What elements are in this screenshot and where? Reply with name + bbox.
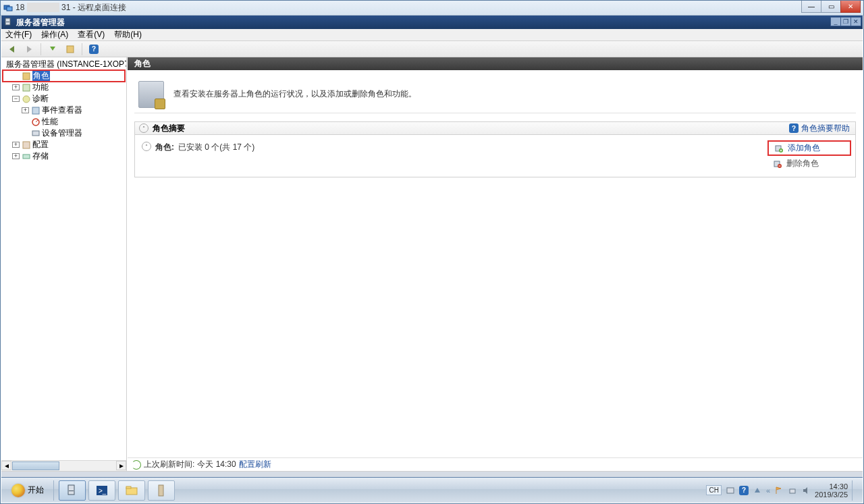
roles-summary-help-link[interactable]: ? 角色摘要帮助: [789, 123, 850, 134]
svg-rect-28: [159, 485, 163, 496]
tree-configuration[interactable]: + 配置: [3, 139, 125, 150]
features-icon: [22, 83, 31, 92]
menu-view[interactable]: 查看(V): [78, 29, 105, 40]
menubar: 文件(F) 操作(A) 查看(V) 帮助(H): [1, 29, 863, 41]
svg-rect-27: [126, 486, 131, 488]
svg-rect-7: [23, 84, 30, 91]
svg-rect-4: [67, 46, 74, 53]
tray-network-icon[interactable]: [788, 486, 797, 495]
status-bar: 上次刷新时间: 今天 14:30 配置刷新: [128, 457, 863, 471]
server-manager-icon: [4, 18, 14, 27]
rdp-title-prefix: 18: [16, 3, 24, 12]
add-role-link[interactable]: 添加角色: [772, 142, 823, 155]
rdp-icon: [3, 3, 13, 13]
svg-rect-14: [23, 155, 30, 159]
tree-device-manager[interactable]: 设备管理器: [3, 128, 125, 139]
tree-features-label: 功能: [32, 82, 49, 93]
server-manager-window-controls: _ ❐ ✕: [831, 17, 861, 26]
roles-label: 角色:: [155, 142, 174, 153]
roles-value: 已安装 0 个(共 17 个): [178, 142, 254, 153]
tree-features[interactable]: + 功能: [3, 82, 125, 93]
diagnostics-icon: [22, 94, 31, 104]
event-viewer-icon: [31, 106, 40, 115]
inner-restore-button[interactable]: ❐: [840, 17, 851, 26]
svg-rect-13: [23, 142, 30, 148]
collapse-icon[interactable]: ˄: [139, 123, 148, 133]
tree-device-manager-label: 设备管理器: [42, 128, 82, 139]
inner-minimize-button[interactable]: _: [830, 17, 841, 26]
scroll-left-icon[interactable]: ◂: [1, 461, 11, 470]
configuration-icon: [22, 140, 31, 150]
show-desktop-button[interactable]: [852, 480, 859, 501]
config-refresh-link[interactable]: 配置刷新: [239, 459, 271, 470]
nav-forward-button[interactable]: [22, 43, 36, 56]
remove-role-icon: [773, 159, 782, 169]
tree-horizontal-scrollbar[interactable]: ◂ ▸: [1, 460, 126, 471]
add-role-icon: [774, 144, 784, 153]
rdp-maximize-button[interactable]: ▭: [821, 1, 841, 13]
tray-icon-1[interactable]: [726, 486, 735, 495]
content-body: 查看安装在服务器上角色的运行状况，以及添加或删除角色和功能。 ˄ 角色摘要 ? …: [128, 70, 863, 457]
tree-performance[interactable]: 性能: [3, 116, 125, 128]
rdp-minimize-button[interactable]: —: [801, 1, 821, 13]
taskbar-clock[interactable]: 14:30 2019/3/25: [815, 482, 848, 499]
remove-role-link[interactable]: 删除角色: [770, 157, 848, 170]
expander-icon[interactable]: +: [12, 84, 20, 90]
expander-icon[interactable]: −: [12, 96, 20, 102]
roles-summary-help-label: 角色摘要帮助: [801, 123, 850, 134]
tree-roles[interactable]: 角色: [3, 70, 125, 82]
device-manager-icon: [31, 129, 40, 138]
scroll-right-icon[interactable]: ▸: [116, 461, 126, 470]
svg-line-11: [36, 120, 38, 122]
task-powershell[interactable]: >_: [88, 480, 115, 501]
svg-rect-23: [69, 491, 74, 491]
svg-rect-3: [6, 22, 9, 22]
tray-sound-icon[interactable]: [801, 486, 811, 495]
language-indicator[interactable]: CH: [706, 485, 721, 495]
tree-event-viewer[interactable]: + 事件查看器: [3, 105, 125, 116]
help-icon: ?: [789, 123, 799, 133]
nav-back-button[interactable]: [4, 43, 19, 56]
tree-diagnostics[interactable]: − 诊断: [3, 93, 125, 105]
tree-root-label: 服务器管理器 (INSTANCE-1XOP7: [6, 59, 127, 70]
roles-summary-body: ˄ 角色: 已安装 0 个(共 17 个) 添加角色: [134, 135, 856, 177]
expander-icon[interactable]: +: [12, 153, 20, 159]
properties-button[interactable]: [63, 43, 78, 56]
tray-flag-icon[interactable]: [774, 486, 784, 495]
rdp-window: 18 xxxx 31 - 远程桌面连接 — ▭ ✕ 服务器管理器 _ ❐ ✕ 文…: [0, 0, 864, 504]
remove-role-label: 删除角色: [786, 158, 819, 169]
inner-close-button[interactable]: ✕: [850, 17, 861, 26]
svg-marker-30: [755, 488, 760, 493]
roles-large-icon: [138, 81, 164, 108]
content-header: 角色: [128, 57, 863, 70]
taskbar-date: 2019/3/25: [815, 491, 848, 499]
tree-root[interactable]: 服务器管理器 (INSTANCE-1XOP7: [3, 59, 125, 70]
rdp-titlebar: 18 xxxx 31 - 远程桌面连接 — ▭ ✕: [1, 1, 863, 16]
tree-storage-label: 存储: [32, 150, 49, 162]
tray-help-icon[interactable]: ?: [739, 486, 749, 495]
task-server-manager[interactable]: [59, 480, 86, 501]
start-button[interactable]: 开始: [4, 480, 51, 501]
system-tray: CH ? « 14:30 2019/3/25: [706, 478, 863, 503]
expander-icon[interactable]: +: [12, 142, 20, 148]
rdp-close-button[interactable]: ✕: [840, 1, 861, 13]
task-explorer[interactable]: [118, 480, 145, 501]
roles-summary-header: ˄ 角色摘要 ? 角色摘要帮助: [134, 121, 856, 135]
tray-sep: «: [766, 486, 770, 495]
menu-action[interactable]: 操作(A): [41, 29, 68, 40]
tree-storage[interactable]: + 存储: [3, 150, 125, 162]
refresh-button[interactable]: [45, 43, 60, 56]
taskbar: 开始 >_ CH ? «: [1, 477, 863, 503]
help-button[interactable]: ?: [86, 43, 101, 56]
roles-actions: 添加角色 删除角色: [770, 142, 848, 170]
svg-rect-31: [790, 489, 795, 493]
menu-help[interactable]: 帮助(H): [114, 29, 142, 40]
task-unknown[interactable]: [148, 480, 175, 501]
tray-icon-3[interactable]: [753, 486, 762, 495]
collapse-icon[interactable]: ˄: [142, 142, 151, 151]
body-split: 服务器管理器 (INSTANCE-1XOP7 角色 + 功能 −: [1, 57, 863, 472]
menu-file[interactable]: 文件(F): [5, 29, 32, 40]
scroll-thumb[interactable]: [12, 461, 59, 470]
expander-icon[interactable]: +: [22, 107, 29, 113]
performance-icon: [31, 117, 40, 127]
